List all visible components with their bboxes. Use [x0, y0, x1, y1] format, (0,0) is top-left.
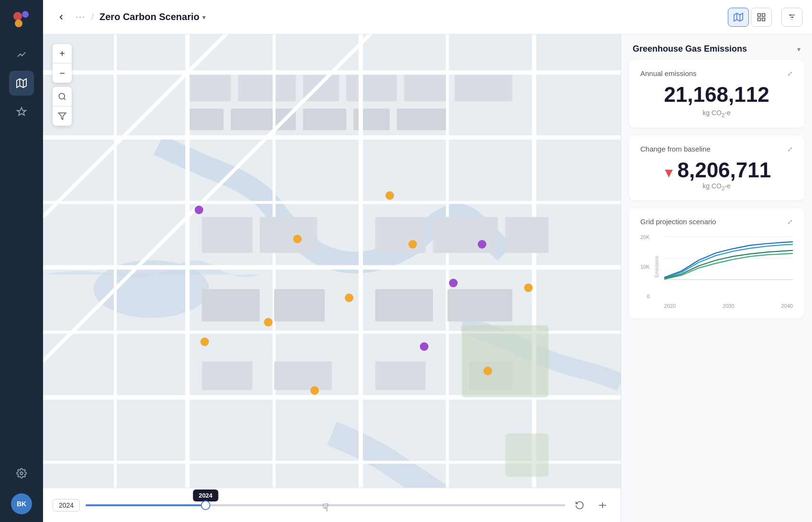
svg-marker-3 [17, 79, 26, 87]
svg-rect-11 [762, 13, 765, 16]
map-point[interactable] [449, 279, 458, 287]
map-background [43, 34, 621, 522]
annual-emissions-card: Annual emissions ⤢ 21,168,112 kg CO2-e [629, 60, 804, 128]
svg-point-1 [22, 11, 29, 18]
sidebar-item-settings[interactable] [9, 461, 34, 486]
timeline-year-label: 2024 [53, 499, 80, 511]
svg-rect-26 [455, 73, 513, 101]
chart-card-header: Grid projection scenario ⤢ [640, 218, 793, 226]
map-timeline: 2024 2024 ☟ [43, 488, 621, 522]
zoom-in-button[interactable]: + [53, 44, 72, 63]
svg-marker-7 [734, 13, 743, 21]
annual-emissions-unit: kg CO2-e [640, 109, 793, 118]
right-panel-title: Greenhouse Gas Emissions [633, 44, 747, 54]
back-button[interactable] [53, 9, 70, 26]
svg-rect-13 [762, 18, 765, 21]
map-panel[interactable]: + − [43, 34, 621, 522]
svg-rect-51 [505, 217, 549, 253]
annual-emissions-card-header: Annual emissions ⤢ [640, 69, 793, 77]
svg-rect-56 [202, 361, 252, 390]
map-point[interactable] [483, 367, 492, 375]
x-tick-2020: 2020 [664, 303, 676, 309]
svg-rect-50 [433, 217, 498, 253]
svg-rect-48 [260, 217, 318, 253]
svg-point-62 [59, 93, 65, 99]
right-panel-chevron-icon[interactable]: ▾ [797, 45, 801, 53]
grid-projection-expand-icon[interactable]: ⤢ [787, 218, 793, 226]
grid-projection-title: Grid projection scenario [640, 218, 716, 226]
map-point[interactable] [524, 283, 533, 292]
svg-rect-31 [397, 109, 448, 130]
avatar[interactable]: BK [11, 493, 32, 514]
map-search-button[interactable] [53, 87, 72, 106]
y-tick-10k: 10K [640, 264, 650, 270]
right-panel: Greenhouse Gas Emissions ▾ Annual emissi… [621, 34, 812, 522]
grid-view-button[interactable] [751, 8, 772, 27]
sidebar: BK [0, 0, 43, 522]
app-logo [9, 8, 34, 33]
map-point[interactable] [408, 240, 417, 249]
cursor-hand-icon: ☟ [322, 501, 329, 514]
annual-emissions-title: Annual emissions [640, 69, 697, 77]
x-tick-2040: 2040 [781, 303, 793, 309]
svg-point-2 [15, 20, 22, 27]
change-baseline-card: Change from baseline ⤢ ▼ 8,206,711 kg CO… [629, 135, 804, 200]
map-search-filter-controls [53, 87, 72, 126]
more-options-button[interactable]: ··· [76, 12, 86, 22]
map-point[interactable] [385, 191, 394, 200]
svg-rect-25 [404, 73, 448, 101]
timeline-slider-wrapper: 2024 ☟ [86, 496, 565, 515]
right-panel-header: Greenhouse Gas Emissions ▾ [621, 34, 812, 60]
svg-rect-22 [238, 73, 296, 101]
map-filter-button[interactable] [53, 107, 72, 126]
change-baseline-unit: kg CO2-e [640, 182, 793, 191]
map-point[interactable] [478, 240, 486, 249]
header: ··· / Zero Carbon Scenario ▾ [43, 0, 812, 34]
y-axis-label: Emissions [654, 256, 659, 278]
zoom-out-button[interactable]: − [53, 64, 72, 83]
y-tick-20k: 20K [640, 234, 650, 240]
filter-button[interactable] [781, 8, 802, 27]
map-point[interactable] [200, 337, 209, 346]
svg-rect-54 [375, 289, 433, 322]
svg-rect-47 [202, 217, 252, 253]
y-tick-0: 0 [647, 294, 649, 299]
svg-rect-55 [448, 289, 513, 322]
annual-emissions-expand-icon[interactable]: ⤢ [787, 70, 793, 77]
svg-rect-10 [758, 13, 761, 16]
sidebar-item-analytics[interactable] [9, 42, 34, 67]
svg-rect-12 [758, 18, 761, 21]
title-area[interactable]: Zero Carbon Scenario ▾ [99, 11, 206, 22]
svg-point-17 [790, 14, 791, 16]
svg-rect-27 [187, 109, 224, 130]
map-point[interactable] [293, 235, 302, 243]
svg-rect-53 [274, 289, 325, 322]
svg-rect-24 [346, 73, 397, 101]
svg-rect-21 [187, 73, 231, 101]
change-down-arrow-icon: ▼ [662, 166, 676, 180]
map-view-button[interactable] [728, 8, 749, 27]
svg-rect-52 [202, 289, 260, 322]
map-point[interactable] [264, 318, 273, 326]
svg-rect-61 [505, 434, 549, 477]
timeline-track-fill [86, 504, 206, 506]
view-toggle [728, 8, 772, 27]
timeline-thumb[interactable] [201, 500, 210, 510]
map-point[interactable] [310, 386, 319, 395]
svg-rect-58 [375, 361, 426, 390]
timeline-reset-button[interactable] [571, 497, 588, 514]
change-baseline-expand-icon[interactable]: ⤢ [787, 145, 793, 153]
sidebar-item-map[interactable] [9, 71, 34, 96]
svg-rect-60 [462, 325, 549, 397]
page-title: Zero Carbon Scenario [99, 11, 199, 22]
main-content: ··· / Zero Carbon Scenario ▾ [43, 0, 812, 522]
svg-point-6 [20, 472, 23, 475]
timeline-expand-button[interactable] [594, 497, 611, 514]
map-point[interactable] [420, 342, 428, 351]
change-baseline-title: Change from baseline [640, 145, 711, 153]
chart-svg [664, 233, 793, 300]
sidebar-item-scenarios[interactable] [9, 99, 34, 124]
change-baseline-card-header: Change from baseline ⤢ [640, 145, 793, 153]
map-point[interactable] [345, 294, 353, 302]
map-point[interactable] [195, 206, 203, 214]
